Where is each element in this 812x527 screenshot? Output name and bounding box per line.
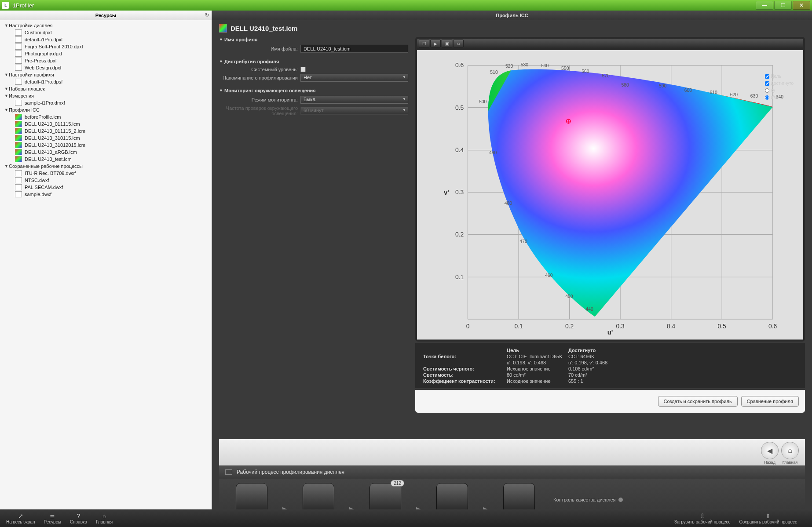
minimize-button[interactable]: —	[756, 1, 773, 10]
svg-text:540: 540	[541, 63, 549, 68]
tree-item[interactable]: Photography.dpxf	[0, 50, 212, 57]
create-save-profile-button[interactable]: Создать и сохранить профиль	[658, 396, 738, 407]
opt-uv[interactable]: u'v'	[765, 95, 794, 100]
fullscreen-button[interactable]: ⤢На весь экран	[6, 512, 35, 524]
svg-text:610: 610	[710, 90, 717, 95]
save-workflow-button[interactable]: ⇧Сохранить рабочий процесс	[739, 512, 797, 524]
tree-item[interactable]: Web Design.dpxf	[0, 64, 212, 71]
home-button[interactable]: ⌂	[781, 442, 799, 459]
svg-text:470: 470	[519, 239, 527, 244]
svg-text:630: 630	[750, 94, 758, 98]
workflow-title: Рабочий процесс профилирования дисплея	[237, 469, 344, 475]
svg-text:490: 490	[489, 150, 497, 155]
close-button[interactable]: ✕	[793, 1, 810, 10]
back-button[interactable]: ◀	[761, 442, 779, 459]
profile-actions: Создать и сохранить профиль Сравнение пр…	[415, 390, 805, 413]
system-level-label: Системный уровень:	[219, 67, 300, 72]
filename-input[interactable]	[300, 45, 408, 53]
svg-text:500: 500	[479, 99, 487, 104]
resources-sidebar: Ресурсы ↻ ▼Настройки дисплеяCustom.dpxfd…	[0, 11, 212, 527]
svg-text:0.2: 0.2	[455, 231, 464, 238]
tree-item[interactable]: default-i1Pro.dpsf	[0, 78, 212, 85]
opt-target[interactable]: Цель	[765, 74, 794, 79]
tree-item[interactable]: DELL U2410_310115.icm	[0, 134, 212, 142]
help-button[interactable]: ?Справка	[70, 512, 87, 524]
home-statusbar-button[interactable]: ⌂Главная	[96, 512, 113, 524]
tree-item[interactable]: PAL SECAM.dwxf	[0, 184, 212, 191]
svg-text:0: 0	[466, 323, 470, 330]
tree-group[interactable]: ▼Сохраненные рабочие процессы	[0, 163, 212, 170]
sidebar-header: Ресурсы ↻	[0, 11, 212, 20]
file-heading: DELL U2410_test.icm	[219, 24, 805, 33]
tree-item[interactable]: sample.dwxf	[0, 191, 212, 198]
svg-text:0.4: 0.4	[667, 323, 676, 330]
tree-item[interactable]: ITU-R Rec. BT709.dwxf	[0, 170, 212, 177]
monitor-mode-select[interactable]: Выкл.	[300, 96, 408, 104]
chromaticity-chart: u' v' 00.10.20.30.40.50.6 0.10.20.30.40.…	[417, 50, 803, 340]
svg-text:550: 550	[561, 66, 569, 71]
monitor-mode-label: Режим мониторинга:	[219, 97, 300, 102]
reminder-select[interactable]: Нет	[300, 74, 408, 82]
tree-item[interactable]: Pre-Press.dpxf	[0, 57, 212, 64]
monitor-freq-label: Частота проверок окружающего освещения:	[219, 105, 300, 116]
tree-item[interactable]: beforeProfile.icm	[0, 113, 212, 120]
tree-group[interactable]: ▼Измерения	[0, 92, 212, 99]
opt-achieved[interactable]: Достигнуто	[765, 81, 794, 86]
tree-item[interactable]: DELL U2410_31012015.icm	[0, 142, 212, 149]
reminder-label: Напоминание о профилировании	[219, 75, 300, 80]
section-profile-name[interactable]: Имя профиля	[224, 37, 257, 42]
quality-control-link[interactable]: Контроль качества дисплея	[553, 497, 623, 502]
section-distribution[interactable]: Дистрибутив профиля	[224, 59, 279, 64]
tree-item[interactable]: Custom.dpxf	[0, 29, 212, 36]
refresh-icon[interactable]: ↻	[205, 12, 209, 18]
svg-text:0.3: 0.3	[616, 323, 625, 330]
svg-text:480: 480	[505, 201, 512, 206]
chart-tool-target-icon[interactable]: ☐	[419, 40, 429, 47]
svg-text:0.5: 0.5	[455, 104, 464, 111]
tree-item[interactable]: DELL U2410_test.icm	[0, 156, 212, 163]
svg-text:460: 460	[545, 273, 553, 278]
maximize-button[interactable]: ❐	[774, 1, 792, 10]
section-ambient[interactable]: Мониторинг окружающего освещения	[224, 88, 316, 93]
chart-tool-play-icon[interactable]: ▶	[430, 40, 441, 47]
window-titlebar: i1 i1Profiler — ❐ ✕	[0, 0, 812, 11]
svg-text:520: 520	[505, 64, 513, 69]
resources-button[interactable]: ≣Ресурсы	[44, 512, 61, 524]
sidebar-title: Ресурсы	[95, 13, 116, 18]
tree-group[interactable]: ▼Профили ICC	[0, 106, 212, 113]
tree-item[interactable]: NTSC.dwxf	[0, 177, 212, 184]
svg-text:590: 590	[659, 84, 667, 88]
resource-tree[interactable]: ▼Настройки дисплеяCustom.dpxfdefault-i1P…	[0, 20, 212, 527]
tree-item[interactable]: sample-i1Pro.dmxf	[0, 99, 212, 106]
chart-toolbar: ☐ ▶ ▣ ☺	[417, 39, 803, 48]
compare-profile-button[interactable]: Сравнение профиля	[741, 396, 799, 407]
monitor-icon	[225, 469, 232, 475]
svg-text:570: 570	[602, 73, 610, 78]
svg-text:440: 440	[586, 307, 594, 312]
app-title: i1Profiler	[11, 2, 34, 9]
content-area: Профиль ICC DELL U2410_test.icm ▼Имя про…	[212, 11, 812, 527]
svg-text:530: 530	[521, 62, 529, 67]
system-level-checkbox[interactable]	[300, 67, 306, 72]
tree-item[interactable]: DELL U2410_011115.icm	[0, 120, 212, 127]
chart-tool-crop-icon[interactable]: ▣	[442, 40, 452, 47]
svg-text:0.6: 0.6	[455, 62, 464, 69]
svg-text:0.6: 0.6	[768, 323, 777, 330]
opt-xy[interactable]: xy	[765, 88, 794, 93]
monitor-freq-select: 60 минут	[300, 107, 408, 115]
svg-text:620: 620	[730, 92, 738, 97]
chart-tool-person-icon[interactable]: ☺	[453, 40, 464, 47]
tree-group[interactable]: ▼Наборы плашек	[0, 85, 212, 92]
tree-group[interactable]: ▼Настройки профиля	[0, 71, 212, 78]
tree-item[interactable]: Fogra Soft-Proof 2010.dpxf	[0, 43, 212, 50]
file-title-text: DELL U2410_test.icm	[230, 25, 297, 32]
svg-text:0.3: 0.3	[455, 189, 464, 196]
settings-panel: ▼Имя профиля Имя файла: ▼Дистрибутив про…	[219, 37, 408, 238]
tree-item[interactable]: DELL U2410_aRGB.icm	[0, 149, 212, 156]
load-workflow-button[interactable]: ⇩Загрузить рабочий процесс	[674, 512, 731, 524]
profile-icon	[219, 24, 227, 33]
tree-group[interactable]: ▼Настройки дисплея	[0, 22, 212, 29]
tree-item[interactable]: default-i1Pro.dpxf	[0, 36, 212, 43]
filename-label: Имя файла:	[219, 46, 300, 51]
tree-item[interactable]: DELL U2410_011115_2.icm	[0, 127, 212, 134]
